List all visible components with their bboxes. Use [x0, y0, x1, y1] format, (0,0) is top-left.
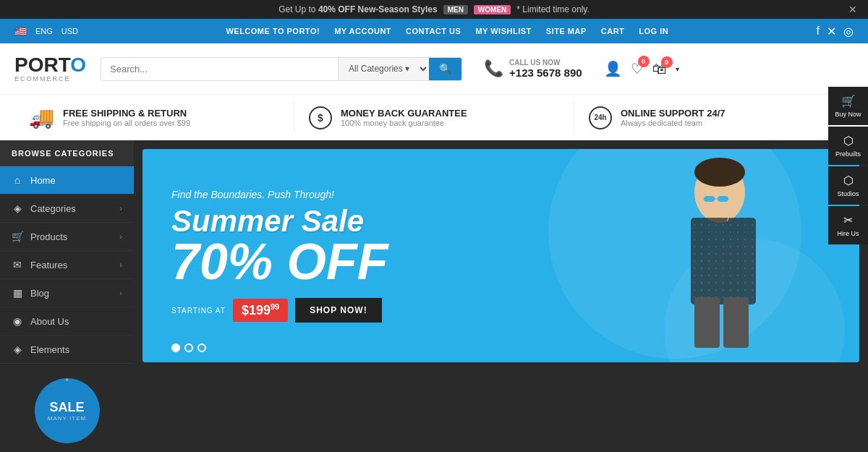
starting-at-label: STARTING AT	[171, 307, 226, 315]
banner-cta: STARTING AT $19999 SHOP NOW!	[171, 298, 388, 323]
hire-icon: ✂	[843, 213, 853, 227]
chevron-right-products-icon: ›	[119, 232, 122, 241]
sidebar-item-about[interactable]: ◉ About Us	[0, 307, 134, 336]
feature-money-text: MONEY BACK GUARANTEE 100% money back gua…	[341, 108, 467, 127]
feature-shipping: 🚚 FREE SHIPPING & RETURN Free shipping o…	[14, 102, 294, 133]
top-nav: 🇺🇸 ENG USD WELCOME TO PORTO! MY ACCOUNT …	[0, 19, 868, 43]
price-tag: $19999	[233, 299, 288, 322]
instagram-icon[interactable]: ◎	[843, 25, 854, 38]
search-button[interactable]: 🔍	[429, 58, 461, 80]
banner-model	[537, 149, 859, 362]
women-tag[interactable]: WOMEN	[474, 5, 511, 14]
sidebar-label-about: About Us	[30, 316, 69, 327]
support-icon: 24h	[589, 106, 612, 129]
logo[interactable]: PORTO eCommerce	[14, 55, 86, 82]
announcement-limited: * Limited time only.	[516, 4, 589, 14]
cart-badge: 0	[661, 56, 673, 68]
svg-rect-9	[694, 297, 720, 348]
sidebar-item-categories[interactable]: ◈ Categories ›	[0, 195, 134, 223]
nav-cart[interactable]: CART	[601, 27, 625, 35]
sidebar-item-elements[interactable]: ◈ Elements	[0, 336, 134, 364]
money-icon: $	[309, 106, 332, 129]
money-title: MONEY BACK GUARANTEE	[341, 108, 467, 119]
money-desc: 100% money back guarantee	[341, 119, 467, 127]
chevron-right-blog-icon: ›	[119, 289, 122, 297]
svg-rect-5	[718, 196, 728, 202]
feature-support-text: ONLINE SUPPORT 24/7 Always dedicated tea…	[621, 108, 725, 127]
search-icon: 🔍	[439, 63, 451, 74]
hero-banner: Find the Boundaries. Push Through! Summe…	[142, 149, 859, 362]
sidebar: BROWSE CATEGORIES ⌂ Home ◈ Categories › …	[0, 140, 134, 449]
search-bar: All Categories ▾ 🔍	[101, 57, 462, 81]
nav-top-left: 🇺🇸 ENG USD	[14, 25, 78, 37]
panel-studios-label: Studios	[837, 190, 859, 197]
support-desc: Always dedicated team	[621, 119, 725, 127]
sidebar-label-products: Products	[30, 231, 67, 242]
sidebar-title: BROWSE CATEGORIES	[0, 140, 134, 166]
sale-badge: SALE MANY ITEM	[35, 378, 100, 443]
chevron-right-features-icon: ›	[119, 260, 122, 269]
header-icons: 👤 ♡ 0 🛍 0 ▾	[604, 60, 679, 77]
category-select[interactable]: All Categories ▾	[338, 58, 429, 80]
twitter-icon[interactable]: ✕	[827, 25, 836, 38]
announcement-text: Get Up to 40% OFF New-Season Styles	[278, 4, 437, 14]
logo-sub: eCommerce	[14, 75, 71, 82]
dot-3[interactable]	[197, 344, 206, 352]
panel-prebuilts[interactable]: ⬡ Prebuilts	[828, 127, 868, 165]
nav-contact[interactable]: CONTACT US	[406, 27, 461, 35]
features-icon: ✉	[12, 259, 23, 270]
phone-number[interactable]: +123 5678 890	[509, 67, 582, 79]
products-icon: 🛒	[12, 231, 23, 242]
sidebar-item-blog[interactable]: ▦ Blog ›	[0, 279, 134, 307]
search-input[interactable]	[101, 58, 338, 80]
nav-sitemap[interactable]: SITE MAP	[546, 27, 587, 35]
nav-welcome[interactable]: WELCOME TO PORTO!	[226, 27, 320, 35]
sidebar-item-home[interactable]: ⌂ Home	[0, 166, 134, 195]
sidebar-item-products[interactable]: 🛒 Products ›	[0, 223, 134, 251]
dot-2[interactable]	[184, 344, 193, 352]
banner-dots	[171, 344, 206, 352]
banner-subtitle: Find the Boundaries. Push Through!	[171, 189, 388, 200]
wishlist-icon[interactable]: ♡ 0	[631, 60, 644, 77]
price-cents: 99	[271, 302, 279, 311]
nav-login[interactable]: LOG IN	[639, 27, 668, 35]
chevron-right-icon: ›	[119, 204, 122, 213]
nav-top-center: WELCOME TO PORTO! MY ACCOUNT CONTACT US …	[226, 27, 668, 35]
banner-title: Summer Sale	[171, 206, 388, 236]
panel-hire[interactable]: ✂ Hire Us	[828, 206, 868, 244]
panel-buy-now[interactable]: 🛒 Buy Now	[828, 87, 868, 125]
banner-content: Find the Boundaries. Push Through! Summe…	[142, 167, 417, 344]
main-content: BROWSE CATEGORIES ⌂ Home ◈ Categories › …	[0, 140, 868, 449]
panel-studios[interactable]: ⬡ Studios	[828, 166, 868, 205]
studios-icon: ⬡	[843, 174, 854, 187]
facebook-icon[interactable]: f	[817, 25, 820, 38]
cart-icon[interactable]: 🛍 0	[652, 61, 667, 77]
language-selector[interactable]: ENG	[35, 27, 53, 35]
svg-point-7	[694, 158, 745, 187]
account-icon[interactable]: 👤	[604, 60, 622, 77]
nav-account[interactable]: MY ACCOUNT	[334, 27, 391, 35]
feature-support: 24h ONLINE SUPPORT 24/7 Always dedicated…	[574, 102, 854, 133]
feature-money: $ MONEY BACK GUARANTEE 100% money back g…	[294, 102, 574, 133]
shop-now-button[interactable]: SHOP NOW!	[295, 298, 381, 323]
cart-panel-icon: 🛒	[841, 94, 856, 108]
sale-sub: MANY ITEM	[48, 415, 86, 422]
phone-widget: 📞 CALL US NOW +123 5678 890	[484, 59, 582, 79]
blog-icon: ▦	[12, 287, 23, 299]
sidebar-label-features: Features	[30, 260, 67, 270]
banner-discount: 70% OFF	[171, 236, 388, 287]
currency-selector[interactable]: USD	[61, 27, 78, 35]
sidebar-item-features[interactable]: ✉ Features ›	[0, 251, 134, 279]
cart-dropdown-icon[interactable]: ▾	[676, 65, 679, 73]
nav-wishlist[interactable]: MY WISHLIST	[475, 27, 531, 35]
prebuilts-icon: ⬡	[843, 134, 854, 148]
close-icon[interactable]: ✕	[848, 4, 857, 15]
dot-1[interactable]	[171, 344, 180, 352]
men-tag[interactable]: MEN	[443, 5, 468, 14]
home-icon: ⌂	[12, 174, 23, 186]
banner-area: Find the Boundaries. Push Through! Summe…	[134, 140, 868, 449]
svg-rect-10	[723, 297, 749, 348]
phone-icon: 📞	[484, 59, 503, 78]
price-main: $199	[242, 303, 271, 317]
right-panel: 🛒 Buy Now ⬡ Prebuilts ⬡ Studios ✂ Hire U…	[828, 87, 868, 244]
